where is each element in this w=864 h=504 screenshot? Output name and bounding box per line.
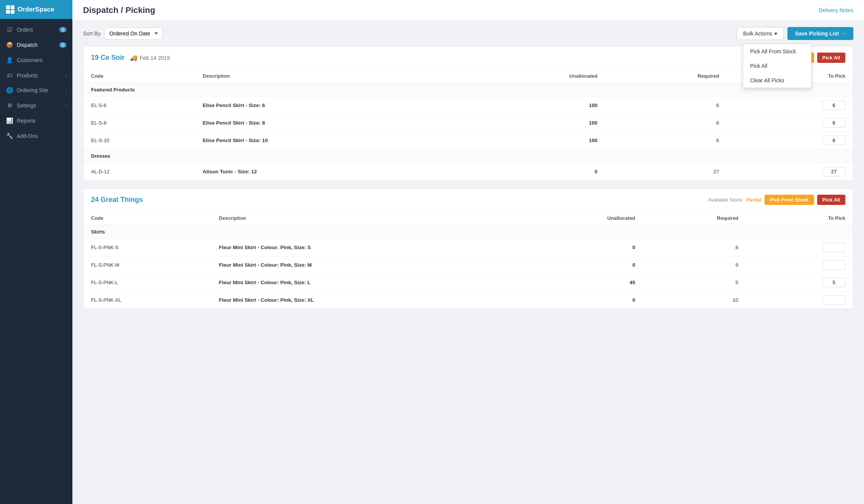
ordering-site-icon: 🌐 — [6, 87, 13, 94]
order-table-2: Code Description Unallocated Required To… — [83, 211, 853, 309]
sidebar-item-label: Reports — [17, 118, 35, 124]
table-row: FL-S-PNK-S Fleur Mini Skirt - Colour: Pi… — [83, 239, 853, 256]
truck-icon: 🚚 — [130, 54, 138, 61]
order-header-1: 19 Ce Soir 🚚 Feb 14 2019 Pick From Stock… — [83, 46, 853, 69]
to-pick-input[interactable] — [822, 278, 845, 287]
order-actions-2: Available Stock: Partial Pick From Stock… — [708, 195, 845, 205]
to-pick-input[interactable] — [822, 243, 845, 252]
col-code: Code — [83, 211, 211, 225]
pick-from-stock-button-2[interactable]: Pick From Stock — [765, 195, 814, 205]
products-icon: 🏷 — [6, 72, 13, 78]
sidebar-item-label: Add-Ons — [17, 133, 38, 139]
dropdown-item-pick-all-from-stock[interactable]: Pick All From Stock — [743, 44, 811, 59]
to-pick-input[interactable] — [822, 136, 845, 145]
sort-select[interactable]: Ordered On Date Customer Name Order Numb… — [104, 27, 162, 40]
order-name-2: 24 Great Things — [91, 196, 143, 204]
pick-all-button-1[interactable]: Pick All — [817, 53, 845, 63]
dispatch-icon: 📦 — [6, 42, 13, 48]
logo[interactable]: OrderSpace — [0, 0, 72, 19]
page-title: Dispatch / Picking — [83, 5, 155, 15]
sidebar-item-label: Orders — [17, 27, 33, 33]
bulk-actions-dropdown: Pick All From Stock Pick All Clear All P… — [743, 44, 811, 88]
table-row: FL-S-PNK-M Fleur Mini Skirt - Colour: Pi… — [83, 256, 853, 274]
toolbar-right: Bulk Actions ▾ Save Picking List → Pick … — [737, 27, 853, 40]
reports-icon: 📊 — [6, 117, 13, 124]
col-required: Required — [643, 211, 746, 225]
sidebar-nav: ☑ Orders 3 📦 Dispatch 5 👤 Customers 🏷 Pr… — [0, 19, 72, 504]
chevron-right-icon: › — [65, 103, 66, 108]
toolbar: Sort By Ordered On Date Customer Name Or… — [72, 21, 864, 46]
order-table-1: Code Description Unallocated Required To… — [83, 69, 853, 180]
pick-all-button-2[interactable]: Pick All — [817, 195, 845, 205]
order-title-1: 19 Ce Soir 🚚 Feb 14 2019 — [91, 54, 170, 62]
stock-partial-label: Partial — [746, 197, 762, 203]
available-stock-label: Available Stock: — [708, 197, 743, 203]
main-content: Dispatch / Picking Delivery Notes Sort B… — [72, 0, 864, 504]
sidebar-item-label: Products — [17, 72, 38, 78]
col-unallocated: Unallocated — [462, 69, 605, 83]
chevron-down-icon: ▾ — [774, 30, 777, 37]
section-dresses: Dresses — [83, 149, 853, 163]
sort-by-label: Sort By — [83, 30, 101, 37]
table-row: EL-S-10 Elise Pencil Skirt - Size: 10 10… — [83, 132, 853, 149]
table-row: AL-D-12 Alison Tunic - Size: 12 0 27 — [83, 163, 853, 181]
dropdown-item-clear-all-picks[interactable]: Clear All Picks — [743, 73, 811, 88]
bulk-actions-button[interactable]: Bulk Actions ▾ — [737, 27, 784, 40]
order-date-1: 🚚 Feb 14 2019 — [130, 54, 170, 61]
save-picking-list-button[interactable]: Save Picking List → — [787, 27, 853, 40]
sidebar-item-ordering-site[interactable]: 🌐 Ordering Site › — [0, 83, 72, 98]
dropdown-item-pick-all[interactable]: Pick All — [743, 59, 811, 73]
sidebar-item-label: Customers — [17, 57, 43, 63]
order-name-1: 19 Ce Soir — [91, 54, 125, 62]
sidebar-item-products[interactable]: 🏷 Products › — [0, 68, 72, 83]
col-code: Code — [83, 69, 195, 83]
sidebar-item-orders[interactable]: ☑ Orders 3 — [0, 22, 72, 37]
order-title-2: 24 Great Things — [91, 196, 143, 204]
to-pick-input[interactable] — [822, 295, 845, 305]
addons-icon: 🔧 — [6, 133, 13, 139]
dispatch-badge: 5 — [59, 42, 66, 48]
orders-badge: 3 — [59, 27, 66, 32]
sidebar-item-customers[interactable]: 👤 Customers — [0, 53, 72, 68]
sidebar-item-label: Dispatch — [17, 42, 37, 48]
settings-icon: ⚙ — [6, 102, 13, 109]
order-header-2: 24 Great Things Available Stock: Partial… — [83, 189, 853, 211]
orders-icon: ☑ — [6, 26, 13, 33]
col-required: Required — [605, 69, 726, 83]
to-pick-input[interactable] — [822, 118, 845, 128]
col-unallocated: Unallocated — [521, 211, 643, 225]
sidebar-item-label: Settings — [17, 102, 36, 109]
delivery-notes-link[interactable]: Delivery Notes — [819, 7, 853, 13]
sidebar-item-settings[interactable]: ⚙ Settings › — [0, 98, 72, 113]
order-card-2: 24 Great Things Available Stock: Partial… — [83, 188, 853, 309]
to-pick-input[interactable] — [822, 101, 845, 110]
col-desc: Description — [195, 69, 462, 83]
sidebar-item-label: Ordering Site — [17, 87, 48, 93]
top-bar: Dispatch / Picking Delivery Notes — [72, 0, 864, 21]
sort-group: Sort By Ordered On Date Customer Name Or… — [83, 27, 162, 40]
sidebar-item-dispatch[interactable]: 📦 Dispatch 5 — [0, 37, 72, 53]
sidebar-item-addons[interactable]: 🔧 Add-Ons — [0, 128, 72, 144]
logo-text: OrderSpace — [18, 6, 54, 13]
order-card-1: 19 Ce Soir 🚚 Feb 14 2019 Pick From Stock… — [83, 46, 853, 181]
col-desc: Description — [211, 211, 522, 225]
to-pick-input[interactable] — [822, 167, 845, 176]
table-row: FL-S-PNK-L Fleur Mini Skirt - Colour: Pi… — [83, 274, 853, 291]
customers-icon: 👤 — [6, 57, 13, 64]
chevron-right-icon: › — [65, 88, 66, 93]
table-row: EL-S-8 Elise Pencil Skirt - Size: 8 100 … — [83, 114, 853, 132]
table-row: EL-S-6 Elise Pencil Skirt - Size: 6 100 … — [83, 97, 853, 114]
section-skirts: Skirts — [83, 225, 853, 239]
to-pick-input[interactable] — [822, 260, 845, 270]
sidebar-item-reports[interactable]: 📊 Reports — [0, 113, 72, 128]
section-featured-products: Featured Products — [83, 83, 853, 97]
table-row: FL-S-PNK-XL Fleur Mini Skirt - Colour: P… — [83, 291, 853, 309]
logo-icon — [6, 5, 14, 14]
sidebar: OrderSpace ☑ Orders 3 📦 Dispatch 5 👤 Cus… — [0, 0, 72, 504]
col-to-pick: To Pick — [746, 211, 853, 225]
chevron-right-icon: › — [65, 73, 66, 78]
